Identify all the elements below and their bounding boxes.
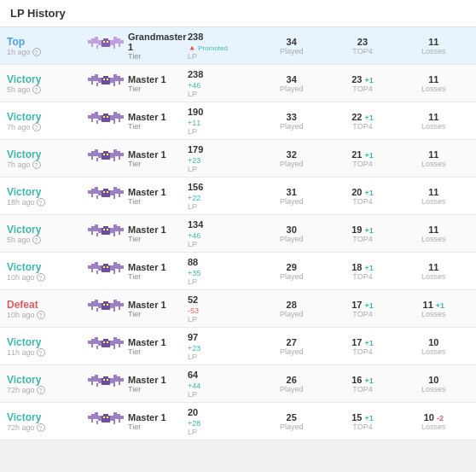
svg-rect-60 — [91, 156, 93, 160]
top4-change: +1 — [365, 189, 374, 197]
svg-rect-158 — [113, 383, 115, 387]
top4-value: 16 +1 — [327, 375, 398, 385]
top4-label: TOP4 — [327, 347, 398, 356]
played-cell: 33 Played — [256, 112, 327, 131]
losses-cell: 11 Losses — [398, 74, 469, 93]
svg-rect-4 — [102, 40, 110, 47]
table-row: Victory 10h ago ? Master 1 — [0, 253, 476, 290]
tier-name: Master 1 — [128, 74, 188, 84]
tier-sub: Tier — [128, 160, 188, 168]
info-icon[interactable]: ? — [32, 85, 41, 94]
info-icon[interactable]: ? — [37, 198, 45, 207]
svg-rect-0 — [88, 40, 91, 44]
rank-icon-cell — [84, 184, 128, 209]
lp-label: LP — [188, 90, 256, 98]
top4-change: +1 — [365, 301, 374, 310]
svg-rect-32 — [88, 115, 91, 119]
info-icon[interactable]: ? — [37, 386, 45, 394]
time-label: 10h ago ? — [7, 273, 84, 282]
tier-sub: Tier — [128, 310, 188, 318]
losses-label: Losses — [398, 422, 469, 431]
svg-rect-106 — [117, 264, 120, 269]
losses-change: -2 — [437, 414, 444, 422]
svg-rect-42 — [117, 114, 120, 119]
lp-value: 134 — [188, 219, 256, 230]
tier-cell: Master 1 Tier — [128, 262, 188, 281]
svg-rect-48 — [88, 153, 91, 156]
svg-rect-92 — [91, 231, 93, 235]
rank-icon-cell — [84, 334, 128, 359]
top4-value: 17 +1 — [327, 300, 398, 310]
played-label: Played — [256, 160, 327, 168]
lp-cell: 179 +23 LP — [188, 144, 256, 173]
info-icon[interactable]: ? — [37, 311, 45, 319]
svg-rect-74 — [117, 189, 120, 194]
svg-rect-150 — [103, 379, 105, 381]
played-cell: 25 Played — [256, 412, 327, 431]
svg-rect-128 — [88, 341, 91, 344]
svg-rect-66 — [95, 187, 98, 194]
played-cell: 29 Played — [256, 262, 327, 281]
info-icon[interactable]: ? — [32, 48, 41, 56]
played-label: Played — [256, 197, 327, 206]
rank-icon-cell — [84, 108, 128, 134]
time-label: 1h ago ? — [7, 48, 84, 56]
svg-rect-5 — [103, 38, 108, 40]
losses-cell: 11 Losses — [398, 187, 469, 206]
svg-rect-65 — [91, 189, 95, 194]
top4-change: +1 — [365, 339, 374, 347]
top4-label: TOP4 — [327, 160, 398, 168]
played-value: 25 — [256, 412, 327, 422]
tier-cell: Master 1 Tier — [128, 224, 188, 243]
info-icon[interactable]: ? — [32, 160, 41, 169]
info-icon[interactable]: ? — [37, 348, 45, 357]
svg-rect-132 — [102, 341, 110, 347]
svg-rect-127 — [119, 306, 120, 310]
info-icon[interactable]: ? — [32, 236, 41, 244]
lp-history-container: LP History Top 1h ago ? — [0, 0, 476, 440]
played-label: Played — [256, 47, 327, 55]
top4-label: TOP4 — [327, 235, 398, 243]
svg-rect-166 — [103, 417, 105, 418]
svg-rect-44 — [91, 119, 93, 122]
svg-rect-95 — [119, 231, 120, 235]
table-row: Victory 11h ago ? Master 1 — [0, 328, 476, 365]
svg-rect-148 — [102, 378, 110, 385]
played-value: 32 — [256, 149, 327, 160]
info-icon[interactable]: ? — [37, 273, 45, 282]
played-cell: 27 Played — [256, 337, 327, 356]
svg-rect-121 — [113, 300, 117, 306]
rank-icon-cell — [84, 259, 128, 284]
played-value: 34 — [256, 37, 327, 47]
table-row: Victory 18h ago ? Master 1 — [0, 178, 476, 215]
losses-label: Losses — [398, 347, 469, 356]
info-icon[interactable]: ? — [37, 423, 45, 432]
time-label: 5h ago ? — [7, 236, 84, 244]
top4-label: TOP4 — [327, 422, 398, 431]
svg-rect-162 — [95, 412, 98, 419]
top4-value: 18 +1 — [327, 262, 398, 272]
losses-label: Losses — [398, 385, 469, 393]
played-value: 31 — [256, 187, 327, 197]
info-icon[interactable]: ? — [32, 123, 41, 131]
time-text: 72h ago — [7, 386, 35, 394]
table-row: Defeat 10h ago ? Master 1 — [0, 290, 476, 328]
tier-sub: Tier — [128, 272, 188, 281]
svg-rect-6 — [103, 41, 105, 43]
svg-rect-62 — [113, 158, 115, 161]
top4-change: +1 — [365, 151, 374, 160]
lp-change: +23 — [188, 156, 200, 165]
top4-cell: 17 +1 TOP4 — [327, 300, 398, 318]
lp-label: LP — [188, 277, 256, 286]
rank-icon-cell — [84, 71, 128, 96]
tier-sub: Tier — [128, 235, 188, 243]
played-cell: 32 Played — [256, 149, 327, 168]
svg-rect-31 — [119, 81, 120, 84]
lp-label: LP — [188, 240, 256, 248]
svg-rect-116 — [102, 303, 110, 310]
svg-rect-141 — [96, 346, 98, 349]
losses-value: 11 — [398, 74, 469, 84]
losses-cell: 10 Losses — [398, 337, 469, 356]
table-row: Top 1h ago ? Grandmaster 1 — [0, 27, 476, 65]
result-cell: Top 1h ago ? — [7, 36, 84, 56]
